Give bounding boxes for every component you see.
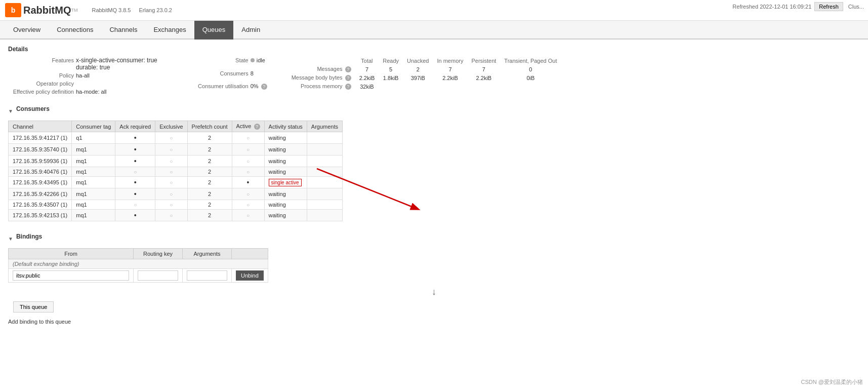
default-binding-row: (Default exchange binding) xyxy=(9,259,268,269)
ack-dot: ○ xyxy=(134,202,137,208)
arrow-down: ↓ xyxy=(8,287,860,297)
refreshed-text: Refreshed 2022-12-01 16:09:21 xyxy=(732,4,811,10)
top-bar: b RabbitMQ TM RabbitMQ 3.8.5 Erlang 23.0… xyxy=(0,0,868,21)
active-dot: ○ xyxy=(246,159,250,164)
consumer-row-5: 172.16.35.9:43495 (1) mq1 • ○ 2 • single… xyxy=(9,177,343,188)
nav-exchanges[interactable]: Exchanges xyxy=(145,21,194,40)
refresh-button[interactable]: Refresh xyxy=(814,2,843,11)
col-from: From xyxy=(9,249,134,259)
details-header: Details xyxy=(8,46,860,53)
details-container: Features x-single-active-consumer: true … xyxy=(8,57,860,95)
excl-dot: ○ xyxy=(170,147,173,152)
feature-line2: durable: true xyxy=(76,64,157,71)
unbind-button[interactable]: Unbind xyxy=(236,270,264,281)
metrics-row-body-bytes: Message body bytes ? 2.2kiB 1.8kiB 397iB… xyxy=(287,73,561,82)
bindings-header-row: From Routing key Arguments xyxy=(9,249,268,259)
effective-policy-label: Effective policy definition xyxy=(8,88,74,95)
bindings-section: ▼ Bindings From Routing key Arguments (D… xyxy=(8,233,860,325)
this-queue-button[interactable]: This queue xyxy=(13,301,54,312)
active-dot: ○ xyxy=(246,213,250,218)
col-inmemory: In memory xyxy=(433,57,467,65)
idle-badge: idle xyxy=(251,57,265,63)
active-dot: ○ xyxy=(246,202,250,208)
col-arguments: Arguments xyxy=(183,249,232,259)
binding-routing-key-input[interactable] xyxy=(138,270,178,281)
utilisation-help-icon[interactable]: ? xyxy=(261,84,267,90)
consumers-count-value: 8 xyxy=(251,70,267,77)
binding-from-input[interactable] xyxy=(13,270,129,281)
metrics-table: Total Ready Unacked In memory Persistent… xyxy=(287,57,561,91)
col-exclusive: Exclusive xyxy=(155,121,187,132)
nav-channels[interactable]: Channels xyxy=(101,21,145,40)
active-dot: ○ xyxy=(246,135,250,141)
consumers-header-row: Channel Consumer tag Ack required Exclus… xyxy=(9,121,343,132)
col-activity-status: Activity status xyxy=(264,121,307,132)
ack-dot: • xyxy=(134,134,137,142)
consumer-utilisation-value: 0% ? xyxy=(251,83,267,90)
excl-dot: ○ xyxy=(170,202,173,208)
bindings-table: From Routing key Arguments (Default exch… xyxy=(8,248,268,283)
consumers-toggle[interactable]: ▼ Consumers xyxy=(8,105,860,116)
add-binding-link[interactable]: Add binding to this queue xyxy=(8,319,860,325)
excl-dot: ○ xyxy=(170,159,173,164)
policy-label: Policy xyxy=(8,72,74,79)
refresh-area: Refreshed 2022-12-01 16:09:21 Refresh Cl… xyxy=(728,0,868,13)
nav-queues[interactable]: Queues xyxy=(194,21,234,40)
bindings-toggle[interactable]: ▼ Bindings xyxy=(8,233,860,244)
consumer-row-1: 172.16.35.9:41217 (1) q1 • ○ 2 ○ waiting xyxy=(9,132,343,144)
col-unacked: Unacked xyxy=(403,57,433,65)
metrics-row-process-memory: Process memory ? 32kiB xyxy=(287,82,561,91)
process-memory-help-icon[interactable]: ? xyxy=(345,84,351,90)
consumer-utilisation-label: Consumer utilisation xyxy=(178,83,249,90)
col-arguments: Arguments xyxy=(307,121,342,132)
version-label: RabbitMQ 3.8.5 xyxy=(92,7,131,13)
active-dot: ○ xyxy=(246,169,250,175)
binding-row-1: Unbind xyxy=(9,269,268,283)
consumers-count-label: Consumers xyxy=(178,70,249,77)
col-ack-required: Ack required xyxy=(115,121,155,132)
cluster-label: Clus... xyxy=(848,4,864,10)
active-dot: ○ xyxy=(246,147,250,152)
bindings-table-container: From Routing key Arguments (Default exch… xyxy=(8,248,860,312)
nav-connections[interactable]: Connections xyxy=(49,21,101,40)
bindings-arrow: ▼ xyxy=(8,236,13,242)
col-consumer-tag: Consumer tag xyxy=(72,121,115,132)
idle-dot xyxy=(251,58,255,62)
ack-dot: • xyxy=(134,145,137,153)
ack-dot: • xyxy=(134,190,137,198)
consumers-table: Channel Consumer tag Ack required Exclus… xyxy=(8,121,343,221)
main-nav: Overview Connections Channels Exchanges … xyxy=(0,21,868,40)
details-middle: State idle Consumers 8 Consumer utilisat… xyxy=(178,57,267,95)
details-section: Details Features x-single-active-consume… xyxy=(8,46,860,95)
single-active-badge: single active xyxy=(269,179,302,186)
active-dot: • xyxy=(247,178,250,186)
logo-icon: b xyxy=(5,3,21,17)
active-dot: ○ xyxy=(246,191,250,197)
col-channel: Channel xyxy=(9,121,72,132)
logo-text: RabbitMQ xyxy=(23,5,71,16)
col-ready: Ready xyxy=(379,57,403,65)
col-active: Active ? xyxy=(232,121,264,132)
active-help-icon[interactable]: ? xyxy=(254,124,260,130)
policy-value: ha-all xyxy=(76,72,157,79)
default-binding-text: (Default exchange binding) xyxy=(9,259,268,269)
state-text: idle xyxy=(257,57,265,63)
logo-tm: TM xyxy=(71,8,77,13)
consumer-row-7: 172.16.35.9:43507 (1) mq1 ○ ○ 2 ○ waitin… xyxy=(9,200,343,210)
state-label: State xyxy=(178,57,249,64)
body-bytes-help-icon[interactable]: ? xyxy=(345,75,351,81)
this-queue-container: This queue xyxy=(13,301,860,312)
binding-arguments-input[interactable] xyxy=(187,270,227,281)
messages-help-icon[interactable]: ? xyxy=(345,66,351,72)
logo: b RabbitMQ TM xyxy=(5,3,77,17)
excl-dot: ○ xyxy=(170,180,173,185)
consumers-section: ▼ Consumers Channel Consumer tag Ack req… xyxy=(8,105,860,223)
col-prefetch-count: Prefetch count xyxy=(187,121,232,132)
main-content: Details Features x-single-active-consume… xyxy=(0,40,868,341)
consumers-header: Consumers xyxy=(16,105,50,112)
operator-policy-label: Operator policy xyxy=(8,80,74,87)
nav-admin[interactable]: Admin xyxy=(233,21,268,40)
excl-dot: ○ xyxy=(170,169,173,175)
details-right: Total Ready Unacked In memory Persistent… xyxy=(287,57,561,95)
nav-overview[interactable]: Overview xyxy=(5,21,49,40)
